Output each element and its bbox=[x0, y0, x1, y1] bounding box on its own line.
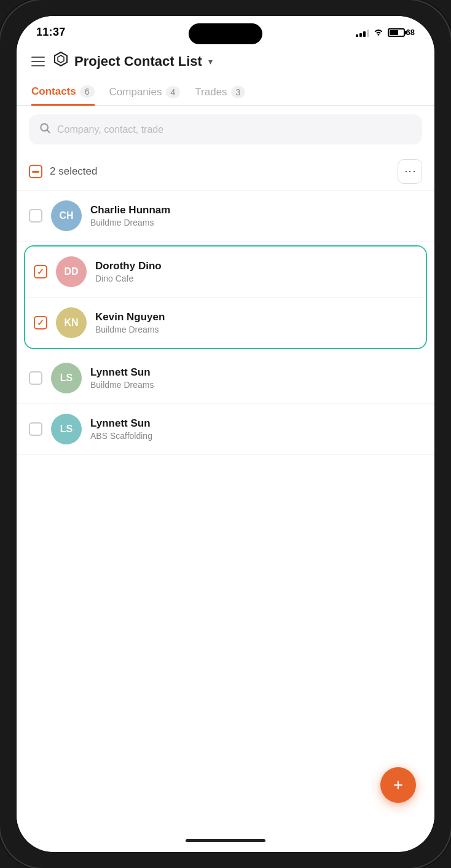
avatar-initials: KN bbox=[64, 317, 78, 328]
select-all-checkbox[interactable] bbox=[29, 165, 42, 178]
avatar-initials: LS bbox=[60, 373, 73, 384]
tabs-row: Contacts 6 Companies 4 Trades 3 bbox=[17, 79, 434, 106]
search-box[interactable]: Company, contact, trade bbox=[29, 114, 422, 144]
avatar: CH bbox=[51, 200, 82, 231]
contact-name: Lynnett Sun bbox=[90, 366, 422, 379]
contact-checkbox-ch[interactable] bbox=[29, 209, 42, 223]
avatar-initials: LS bbox=[60, 424, 73, 435]
status-icons: 68 bbox=[356, 27, 415, 37]
wifi-icon bbox=[373, 27, 384, 37]
tab-companies-label: Companies bbox=[109, 86, 162, 98]
search-placeholder: Company, contact, trade bbox=[57, 124, 412, 135]
status-time: 11:37 bbox=[36, 26, 66, 39]
chevron-down-icon[interactable]: ▾ bbox=[208, 57, 213, 66]
avatar: KN bbox=[56, 307, 87, 338]
selection-bar: 2 selected ⋮ bbox=[17, 153, 434, 191]
list-item[interactable]: LS Lynnett Sun Buildme Dreams bbox=[17, 353, 434, 404]
battery-percentage: 68 bbox=[406, 28, 415, 37]
contact-company: Buildme Dreams bbox=[95, 325, 417, 334]
contacts-list: CH Charlie Hunnam Buildme Dreams ✓ bbox=[17, 191, 434, 455]
app-content: Project Contact List ▾ Contacts 6 Compan… bbox=[17, 44, 434, 843]
phone-frame: 11:37 bbox=[0, 0, 451, 868]
app-header: Project Contact List ▾ bbox=[17, 44, 434, 79]
contact-checkbox-ls1[interactable] bbox=[29, 371, 42, 385]
battery-icon: 68 bbox=[388, 28, 415, 37]
contact-checkbox-dd[interactable]: ✓ bbox=[34, 265, 47, 278]
contact-name: Charlie Hunnam bbox=[90, 204, 422, 216]
header-title-area: Project Contact List ▾ bbox=[52, 51, 420, 72]
contact-info: Charlie Hunnam Buildme Dreams bbox=[90, 204, 422, 227]
more-options-button[interactable]: ⋮ bbox=[398, 159, 422, 184]
avatar-initials: CH bbox=[59, 210, 73, 221]
contact-company: Buildme Dreams bbox=[90, 218, 422, 227]
tab-trades[interactable]: Trades 3 bbox=[195, 80, 245, 105]
svg-marker-1 bbox=[58, 55, 64, 63]
contact-name: Lynnett Sun bbox=[90, 417, 422, 430]
contact-company: Buildme Dreams bbox=[90, 380, 422, 390]
svg-marker-0 bbox=[55, 52, 67, 66]
tab-contacts-label: Contacts bbox=[31, 85, 76, 98]
contact-company: ABS Scaffolding bbox=[90, 431, 422, 441]
selection-count: 2 selected bbox=[50, 165, 390, 178]
tab-trades-label: Trades bbox=[195, 86, 227, 98]
contact-name: Kevin Nguyen bbox=[95, 311, 417, 323]
menu-icon[interactable] bbox=[31, 57, 45, 66]
contact-checkbox-ls2[interactable] bbox=[29, 422, 42, 436]
phone-screen: 11:37 bbox=[17, 16, 434, 852]
tab-companies[interactable]: Companies 4 bbox=[109, 80, 181, 105]
tab-trades-count: 3 bbox=[231, 86, 246, 98]
contact-info: Kevin Nguyen Buildme Dreams bbox=[95, 311, 417, 334]
add-contact-button[interactable]: + bbox=[380, 767, 416, 803]
more-dots-icon: ⋮ bbox=[403, 166, 417, 178]
contact-info: Lynnett Sun Buildme Dreams bbox=[90, 366, 422, 390]
avatar-initials: DD bbox=[64, 266, 78, 277]
list-item[interactable]: CH Charlie Hunnam Buildme Dreams bbox=[17, 191, 434, 242]
avatar: LS bbox=[51, 363, 82, 393]
selected-group: ✓ DD Dorothy Dino Dino Cafe bbox=[24, 245, 427, 349]
add-icon: + bbox=[393, 776, 403, 794]
app-logo-icon bbox=[52, 51, 69, 72]
contact-info: Dorothy Dino Dino Cafe bbox=[95, 260, 417, 283]
tab-companies-count: 4 bbox=[166, 86, 181, 98]
contact-info: Lynnett Sun ABS Scaffolding bbox=[90, 417, 422, 441]
contact-checkbox-kn[interactable]: ✓ bbox=[34, 316, 47, 329]
contact-name: Dorothy Dino bbox=[95, 260, 417, 272]
tab-contacts[interactable]: Contacts 6 bbox=[31, 79, 95, 106]
tab-contacts-count: 6 bbox=[80, 85, 95, 98]
list-item[interactable]: LS Lynnett Sun ABS Scaffolding bbox=[17, 404, 434, 455]
avatar: DD bbox=[56, 256, 87, 287]
page-title: Project Contact List bbox=[74, 53, 202, 69]
list-item[interactable]: ✓ DD Dorothy Dino Dino Cafe bbox=[25, 247, 426, 298]
avatar: LS bbox=[51, 414, 82, 444]
search-icon bbox=[39, 122, 51, 137]
contact-company: Dino Cafe bbox=[95, 274, 417, 283]
dynamic-island bbox=[189, 23, 262, 44]
list-item[interactable]: ✓ KN Kevin Nguyen Buildme Dreams bbox=[25, 298, 426, 348]
signal-icon bbox=[356, 28, 369, 37]
phone-outer: 11:37 bbox=[17, 16, 434, 852]
home-indicator bbox=[186, 839, 265, 842]
search-container: Company, contact, trade bbox=[17, 106, 434, 153]
